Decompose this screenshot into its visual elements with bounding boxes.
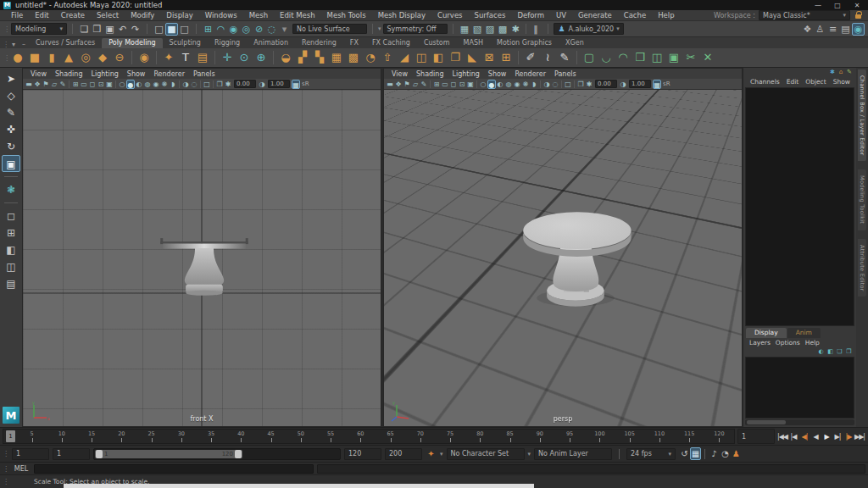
default-lighting-icon[interactable]: ❋ [521, 80, 530, 89]
channel-pencil-icon[interactable]: ✎ [845, 69, 854, 76]
side-tab-modeling-toolkit[interactable]: Modeling Toolkit [858, 169, 866, 230]
motion-blur-icon[interactable]: ◌ [551, 80, 559, 89]
frame-tick-50[interactable]: 50 [286, 430, 315, 443]
menu-deform[interactable]: Deform [511, 11, 550, 19]
auto-keyframe-icon[interactable]: ✦ [426, 447, 437, 460]
step-forward-frame-icon[interactable]: ▶| [832, 430, 843, 443]
anim-layer-select[interactable]: No Anim Layer [534, 448, 612, 460]
poly-torus-icon[interactable]: ◎ [77, 49, 94, 66]
poly-disc-icon[interactable]: ⊖ [111, 49, 128, 66]
symmetry-field[interactable]: Symmetry: Off [383, 24, 448, 34]
tool-settings-toggle-icon[interactable]: ≡ [826, 23, 839, 36]
poly-plane-icon[interactable]: ◆ [94, 49, 111, 66]
safe-title-icon[interactable]: ▣ [105, 80, 114, 89]
channel-menu-edit[interactable]: Edit [783, 78, 803, 86]
platonic-solid-icon[interactable]: ◉ [136, 49, 153, 66]
playback-end-field[interactable]: 120 [344, 448, 381, 460]
open-scene-icon[interactable]: ❒ [91, 23, 103, 36]
maximize-button[interactable]: □ [830, 2, 845, 9]
animation-start-field[interactable]: 1 [12, 448, 49, 460]
motion-blur-icon[interactable]: ◌ [190, 80, 198, 89]
move-tool-icon[interactable]: ✜ [2, 121, 20, 138]
frame-tick-10[interactable]: 10 [47, 430, 76, 443]
chevron-down-icon[interactable]: ▾ [378, 25, 381, 32]
safe-title-icon[interactable]: ▣ [466, 80, 475, 89]
gate-mask-icon[interactable]: ⊡ [97, 80, 105, 89]
grease-pencil-icon[interactable]: ✎ [58, 80, 67, 89]
range-end-handle[interactable] [235, 450, 242, 458]
bridge-icon[interactable]: ◫ [413, 49, 430, 66]
multi-cut-icon[interactable]: ✂ [682, 49, 699, 66]
camera-bookmark-icon[interactable]: ⚑ [403, 80, 411, 89]
snap-curve-icon[interactable]: ◠ [214, 23, 227, 36]
wedge-face-icon[interactable]: ◣ [464, 49, 481, 66]
shaded-mode-icon[interactable]: ● [126, 80, 135, 89]
render-settings-icon[interactable]: ✱ [509, 23, 522, 36]
new-scene-icon[interactable]: ❏ [78, 23, 91, 36]
shelf-tab-rigging[interactable]: Rigging [208, 38, 247, 48]
wireframe-mode-icon[interactable]: ○ [118, 80, 126, 89]
ipr-render-icon[interactable]: ▩ [497, 23, 509, 36]
textured-mode-icon[interactable]: ◐ [496, 80, 504, 89]
undo-icon[interactable]: ↶ [116, 23, 129, 36]
smooth-icon[interactable]: ◔ [362, 49, 379, 66]
front-vp-menu-lighting[interactable]: Lighting [87, 70, 121, 78]
paint-select-tool-icon[interactable]: ✎ [2, 104, 20, 121]
menu-file[interactable]: File [5, 11, 29, 19]
grid-toggle-icon[interactable]: ⊞ [432, 80, 441, 89]
exposure-icon[interactable]: ✱ [224, 80, 232, 89]
frame-tick-75[interactable]: 75 [436, 430, 465, 443]
chevron-down-icon[interactable]: ▾ [440, 451, 443, 458]
frame-tick-120[interactable]: 120 [704, 430, 734, 443]
gamma-field[interactable]: 1.00 [268, 80, 290, 88]
symmetry-tool-icon[interactable]: ◫ [648, 49, 665, 66]
poly-cylinder-icon[interactable]: ▮ [43, 49, 60, 66]
poly-text-icon[interactable]: T [177, 49, 194, 66]
go-to-start-icon[interactable]: |◀◀ [777, 430, 787, 443]
go-to-end-icon[interactable]: ▶▶| [854, 430, 865, 443]
frame-tick-40[interactable]: 40 [226, 430, 256, 443]
layer-new-empty-icon[interactable]: ❏ [835, 348, 844, 356]
frame-tick-110[interactable]: 110 [644, 430, 674, 443]
menu-windows[interactable]: Windows [199, 11, 243, 19]
wireframe-on-shaded-icon[interactable]: ◉ [152, 80, 160, 89]
menu-set-select[interactable]: Modeling ▾ [11, 23, 67, 35]
front-vp-menu-renderer[interactable]: Renderer [150, 70, 188, 78]
exposure-field[interactable]: 0.00 [595, 80, 617, 88]
redo-icon[interactable]: ↷ [129, 23, 142, 36]
lasso-select-tool-icon[interactable]: ◇ [2, 87, 20, 104]
shelf-tab-mash[interactable]: MASH [457, 38, 490, 48]
make-live-icon[interactable]: ◌ [265, 23, 278, 36]
frame-tick-95[interactable]: 95 [555, 430, 585, 443]
channel-menu-channels[interactable]: Channels [747, 78, 783, 86]
snap-together-icon[interactable]: ⊙ [236, 49, 253, 66]
shelf-tab-animation[interactable]: Animation [247, 38, 295, 48]
gamma-icon[interactable]: ◑ [619, 80, 627, 89]
xray-icon[interactable]: ❐ [215, 80, 224, 89]
soft-selection-icon[interactable]: ❒ [632, 49, 648, 66]
relax-tool-icon[interactable]: ◡ [598, 49, 615, 66]
poly-cube-icon[interactable]: ■ [26, 49, 43, 66]
poly-sphere-icon[interactable]: ● [9, 49, 26, 66]
menu-uv[interactable]: UV [550, 11, 572, 19]
use-default-material-icon[interactable]: ◍ [504, 80, 513, 89]
frame-tick-45[interactable]: 45 [256, 430, 286, 443]
boolean-union-icon[interactable]: ◒ [277, 49, 294, 66]
use-default-material-icon[interactable]: ◍ [143, 80, 152, 89]
persp-vp-menu-lighting[interactable]: Lighting [448, 70, 482, 78]
frame-tick-5[interactable]: 5 [17, 430, 47, 443]
workspace-lock-icon[interactable] [855, 14, 861, 19]
super-shape-icon[interactable]: ✦ [160, 49, 177, 66]
side-tab-channel-box-layer-editor[interactable]: Channel Box / Layer Editor [858, 69, 866, 161]
default-lighting-icon[interactable]: ❋ [160, 80, 169, 89]
svg-tool-icon[interactable]: ▤ [194, 49, 211, 66]
front-viewport-canvas[interactable]: x y front X [23, 90, 381, 426]
persp-vp-menu-show[interactable]: Show [485, 70, 510, 78]
snap-grid-icon[interactable]: ⊞ [202, 23, 214, 36]
persp-vp-menu-panels[interactable]: Panels [551, 70, 580, 78]
shadows-icon[interactable]: ◗ [169, 80, 177, 89]
menu-generate[interactable]: Generate [572, 11, 618, 19]
frame-tick-70[interactable]: 70 [405, 430, 435, 443]
scale-tool-icon[interactable]: ▣ [2, 155, 20, 172]
hypergraph-toggle-icon[interactable]: ❖ [801, 23, 814, 36]
